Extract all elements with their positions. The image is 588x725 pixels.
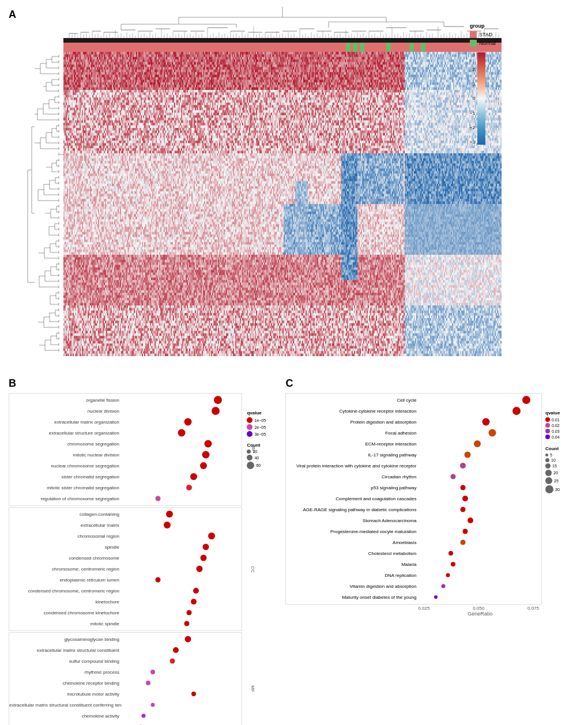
panels-bc: B organelle fission nuclear divi bbox=[6, 375, 582, 715]
cc-term-10: condensed chromosome kinetochore bbox=[9, 610, 122, 616]
left-dendrogram bbox=[23, 52, 63, 356]
panel-b-content: organelle fission nuclear division bbox=[9, 393, 280, 725]
c-qvalue-title: qvalue bbox=[545, 410, 579, 416]
c-row-9: p53 signaling pathway bbox=[286, 482, 541, 493]
scale-3: 3 bbox=[470, 52, 475, 58]
cc-row-4: spindle bbox=[9, 542, 242, 552]
c-row-12: Stomach Adenocarcinoma bbox=[286, 515, 541, 526]
cc-row-7: endoplasmic reticulum lumen bbox=[9, 575, 242, 585]
mf-dot-1 bbox=[184, 636, 191, 643]
mf-row-7: extracellular matrix structural constitu… bbox=[9, 700, 242, 710]
b-qv-label-1: 1e−05 bbox=[254, 418, 266, 422]
c-ct-4: 20 bbox=[545, 470, 579, 476]
c-qv-label-1: 0.01 bbox=[552, 418, 560, 422]
bp-dot-9 bbox=[186, 485, 192, 490]
scale-1: 1 bbox=[470, 81, 475, 86]
panel-a-label: A bbox=[9, 9, 16, 21]
c-dot-2 bbox=[512, 407, 521, 415]
c-term-13: Progesterone-mediated oocyte maturation bbox=[286, 529, 419, 534]
c-row-19: Maturity onset diabetes of the young bbox=[286, 592, 541, 602]
c-qv-label-4: 0.04 bbox=[552, 435, 560, 439]
c-term-6: IL-17 signaling pathway bbox=[286, 452, 419, 458]
c-row-5: ECM-receptor interaction bbox=[286, 439, 541, 449]
b-qv-1: 1e−05 bbox=[247, 417, 280, 423]
c-ct-dot-6 bbox=[545, 485, 553, 493]
bp-row-3: extracellular matrix organization bbox=[9, 417, 242, 427]
mf-section-label: MF bbox=[250, 685, 255, 692]
c-dot-15 bbox=[448, 551, 453, 556]
b-qv-3: 3e−05 bbox=[247, 431, 280, 437]
c-dot-8 bbox=[450, 474, 455, 479]
bp-section: organelle fission nuclear division bbox=[9, 393, 242, 506]
scale-neg2: −2 bbox=[470, 125, 475, 130]
cc-row-1: collagen-containing bbox=[9, 509, 242, 519]
c-term-4: Focal adhesion bbox=[286, 431, 419, 436]
cc-dot-4 bbox=[202, 544, 209, 550]
normal-legend-item: Normal bbox=[470, 40, 542, 47]
bp-section-label: BP bbox=[251, 447, 256, 453]
cc-term-7: endoplasmic reticulum lumen bbox=[9, 577, 122, 583]
c-row-18: Vitamin digestion and absorption bbox=[286, 581, 541, 591]
c-row-8: Circadian rhythm bbox=[286, 471, 541, 482]
mf-dot-7 bbox=[151, 703, 155, 707]
c-x-label: GeneRatio bbox=[418, 611, 542, 617]
c-row-4: Focal adhesion bbox=[286, 428, 541, 438]
c-term-15: Cholesterol metabolism bbox=[286, 551, 419, 556]
bp-row-2: nuclear division bbox=[9, 406, 242, 416]
c-row-7: Viral protein interaction with cytokine … bbox=[286, 460, 541, 471]
bp-term-5: chromosome segregation bbox=[9, 441, 122, 447]
cc-dot-3 bbox=[208, 533, 215, 539]
mf-dot-6 bbox=[191, 692, 196, 696]
mf-dot-4 bbox=[150, 670, 155, 674]
c-term-10: Complement and coagulation cascades bbox=[286, 496, 419, 501]
mf-row-5: chemokine receptor binding bbox=[9, 678, 242, 688]
c-dot-16 bbox=[451, 562, 455, 567]
bp-term-9: mitotic sister chromatid segregation bbox=[9, 485, 122, 490]
c-dot-11 bbox=[460, 507, 465, 512]
mf-row-6: microtubule motor activity bbox=[9, 689, 242, 699]
cc-row-2: extracellular matrix bbox=[9, 520, 242, 530]
cc-term-6: chromosome, centromeric region bbox=[9, 567, 122, 572]
scale-0: 0 bbox=[470, 96, 475, 101]
c-dot-18 bbox=[441, 584, 445, 588]
c-qv-dot-3 bbox=[545, 429, 550, 433]
c-ct-dot-1 bbox=[545, 454, 548, 456]
cc-term-9: kinetochore bbox=[9, 599, 122, 605]
b-qvalue-title: qvalue bbox=[247, 410, 280, 416]
c-ct-label-3: 15 bbox=[552, 464, 557, 468]
c-qv-label-2: 0.02 bbox=[552, 424, 560, 428]
cc-dot-10 bbox=[186, 610, 191, 616]
mf-dot-3 bbox=[169, 659, 175, 664]
c-qv-4: 0.04 bbox=[545, 435, 579, 439]
c-ct-dot-2 bbox=[545, 458, 549, 462]
panel-b: B organelle fission nuclear divi bbox=[6, 375, 282, 715]
c-term-17: DNA replication bbox=[286, 573, 419, 578]
bp-term-4: extracellular structure organization bbox=[9, 431, 122, 436]
panel-c-plot: Cell cycle Cytokine-cytokine receptor in… bbox=[285, 393, 542, 617]
bp-term-8: sister chromatid segregation bbox=[9, 474, 122, 479]
mf-row-4: rhythmic process bbox=[9, 667, 242, 677]
heatmap-body bbox=[63, 52, 502, 356]
mf-row-2: extracellular matrix structural constitu… bbox=[9, 645, 242, 655]
c-dot-13 bbox=[463, 529, 468, 534]
c-ct-label-1: 5 bbox=[550, 453, 552, 457]
mf-row-1: glycosaminoglycan binding bbox=[9, 634, 242, 644]
c-term-16: Malaria bbox=[286, 562, 419, 567]
c-row-16: Malaria bbox=[286, 559, 541, 569]
scale-neg1: −1 bbox=[470, 111, 475, 116]
bp-dot-1 bbox=[214, 396, 222, 404]
panel-c-content: Cell cycle Cytokine-cytokine receptor in… bbox=[285, 393, 579, 617]
mf-row-9: CXCR chemokine receptor binding bbox=[9, 722, 242, 725]
cc-term-8: condensed chromosome, centromeric region bbox=[9, 588, 122, 594]
bp-row-6: mitotic nuclear division bbox=[9, 450, 242, 460]
c-term-14: Amoebiasis bbox=[286, 540, 419, 545]
bp-dot-6 bbox=[202, 451, 209, 459]
normal-label: Normal bbox=[479, 40, 496, 46]
cc-dot-7 bbox=[155, 577, 160, 583]
dark-sample-bar bbox=[63, 38, 502, 43]
c-term-3: Protein digestion and absorption bbox=[286, 420, 419, 425]
b-legend: qvalue 1e−05 2e−05 3e−05 Count bbox=[242, 393, 280, 725]
b-ct-label-2: 40 bbox=[254, 456, 259, 460]
b-ct-3: 60 bbox=[247, 462, 280, 469]
cc-dot-1 bbox=[166, 511, 173, 518]
